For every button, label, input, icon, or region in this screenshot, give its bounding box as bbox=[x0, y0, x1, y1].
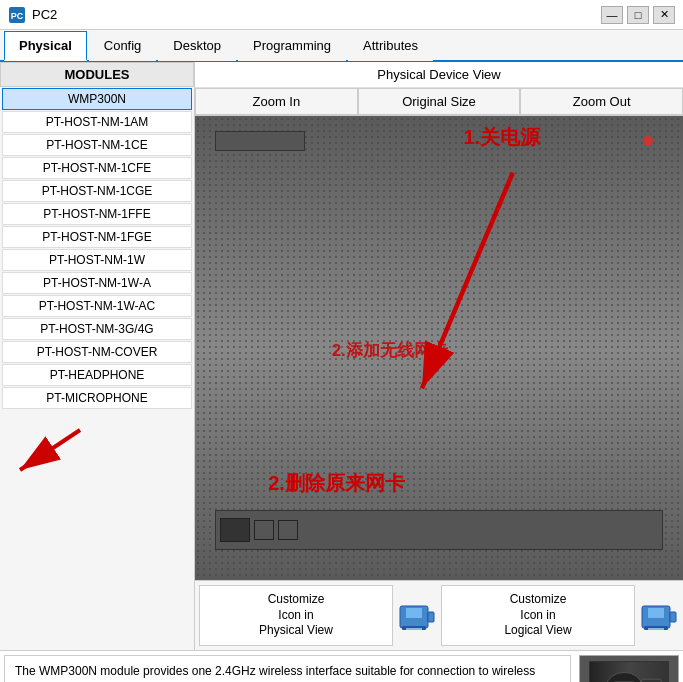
bottom-buttons: CustomizeIcon inPhysical View CustomizeI… bbox=[195, 580, 683, 650]
tab-programming[interactable]: Programming bbox=[238, 31, 346, 61]
annotation-remove-card: 2.删除原来网卡 bbox=[268, 470, 405, 497]
minimize-button[interactable]: — bbox=[601, 6, 623, 24]
title-bar-left: PC PC2 bbox=[8, 6, 57, 24]
customize-logical-label: CustomizeIcon inLogical View bbox=[504, 592, 571, 637]
device-image: 1.关电源 2.添加无线网卡 2.删除原来网卡 bbox=[195, 116, 683, 580]
device-drive-bay bbox=[215, 131, 305, 151]
svg-rect-5 bbox=[428, 612, 434, 622]
tab-config[interactable]: Config bbox=[89, 31, 157, 61]
svg-rect-12 bbox=[648, 628, 664, 630]
module-item-pt-host-nm-1am[interactable]: PT-HOST-NM-1AM bbox=[2, 111, 192, 133]
annotation-power-off: 1.关电源 bbox=[463, 124, 540, 151]
zoom-buttons: Zoom In Original Size Zoom Out bbox=[195, 88, 683, 116]
tab-desktop[interactable]: Desktop bbox=[158, 31, 236, 61]
module-item-pt-host-nm-1ce[interactable]: PT-HOST-NM-1CE bbox=[2, 134, 192, 156]
module-item-pt-host-nm-1w-a[interactable]: PT-HOST-NM-1W-A bbox=[2, 272, 192, 294]
module-item-pt-headphone[interactable]: PT-HEADPHONE bbox=[2, 364, 192, 386]
customize-logical-button[interactable]: CustomizeIcon inLogical View bbox=[441, 585, 635, 646]
module-item-pt-microphone[interactable]: PT-MICROPHONE bbox=[2, 387, 192, 409]
module-item-pt-host-nm-1cge[interactable]: PT-HOST-NM-1CGE bbox=[2, 180, 192, 202]
device-light bbox=[643, 136, 653, 146]
module-list[interactable]: WMP300NPT-HOST-NM-1AMPT-HOST-NM-1CEPT-HO… bbox=[0, 87, 194, 650]
module-list-header: MODULES bbox=[0, 62, 194, 87]
svg-text:PC: PC bbox=[11, 11, 24, 21]
svg-rect-10 bbox=[670, 612, 676, 622]
bottom-panel: The WMP300N module provides one 2.4GHz w… bbox=[0, 650, 683, 682]
window-controls: — □ ✕ bbox=[601, 6, 675, 24]
tab-attributes[interactable]: Attributes bbox=[348, 31, 433, 61]
title-bar: PC PC2 — □ ✕ bbox=[0, 0, 683, 30]
module-list-container: WMP300NPT-HOST-NM-1AMPT-HOST-NM-1CEPT-HO… bbox=[0, 87, 194, 650]
svg-rect-13 bbox=[648, 608, 664, 618]
module-preview bbox=[579, 655, 679, 682]
app-title: PC2 bbox=[32, 7, 57, 22]
module-item-wmp300n[interactable]: WMP300N bbox=[2, 88, 192, 110]
tab-physical[interactable]: Physical bbox=[4, 31, 87, 61]
original-size-button[interactable]: Original Size bbox=[358, 88, 521, 115]
module-item-pt-host-nm-1w-ac[interactable]: PT-HOST-NM-1W-AC bbox=[2, 295, 192, 317]
module-description: The WMP300N module provides one 2.4GHz w… bbox=[4, 655, 571, 682]
svg-rect-8 bbox=[406, 608, 422, 618]
device-port-area bbox=[215, 510, 663, 550]
module-item-pt-host-nm-1ffe[interactable]: PT-HOST-NM-1FFE bbox=[2, 203, 192, 225]
left-panel: MODULES WMP300NPT-HOST-NM-1AMPT-HOST-NM-… bbox=[0, 62, 195, 650]
logical-icon-preview bbox=[639, 597, 679, 635]
svg-point-14 bbox=[607, 672, 642, 682]
annotation-add-wifi: 2.添加无线网卡 bbox=[332, 339, 448, 362]
zoom-out-button[interactable]: Zoom Out bbox=[520, 88, 683, 115]
physical-device-title: Physical Device View bbox=[195, 62, 683, 88]
module-item-pt-host-nm-1fge[interactable]: PT-HOST-NM-1FGE bbox=[2, 226, 192, 248]
svg-rect-7 bbox=[406, 628, 422, 630]
tab-bar: Physical Config Desktop Programming Attr… bbox=[0, 30, 683, 62]
module-item-pt-host-nm-1cfe[interactable]: PT-HOST-NM-1CFE bbox=[2, 157, 192, 179]
module-item-pt-host-nm-cover[interactable]: PT-HOST-NM-COVER bbox=[2, 341, 192, 363]
close-button[interactable]: ✕ bbox=[653, 6, 675, 24]
module-item-pt-host-nm-3g4g[interactable]: PT-HOST-NM-3G/4G bbox=[2, 318, 192, 340]
zoom-in-button[interactable]: Zoom In bbox=[195, 88, 358, 115]
customize-physical-label: CustomizeIcon inPhysical View bbox=[259, 592, 333, 637]
physical-icon-preview bbox=[397, 597, 437, 635]
device-view: 1.关电源 2.添加无线网卡 2.删除原来网卡 ◀ bbox=[195, 116, 683, 580]
main-content: MODULES WMP300NPT-HOST-NM-1AMPT-HOST-NM-… bbox=[0, 62, 683, 650]
customize-physical-button[interactable]: CustomizeIcon inPhysical View bbox=[199, 585, 393, 646]
module-preview-inner bbox=[589, 661, 669, 682]
right-panel: Physical Device View Zoom In Original Si… bbox=[195, 62, 683, 650]
app-icon: PC bbox=[8, 6, 26, 24]
module-item-pt-host-nm-1w[interactable]: PT-HOST-NM-1W bbox=[2, 249, 192, 271]
maximize-button[interactable]: □ bbox=[627, 6, 649, 24]
